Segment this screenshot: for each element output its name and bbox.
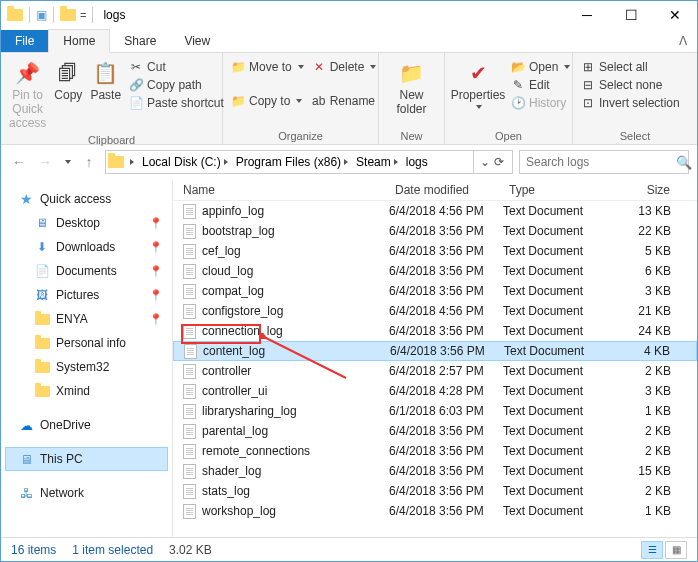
qat-properties-icon[interactable]: ▣ [36,8,47,22]
file-list[interactable]: appinfo_log6/4/2018 4:56 PMText Document… [173,201,697,537]
file-row[interactable]: librarysharing_log6/1/2018 6:03 PMText D… [173,401,697,421]
tree-item[interactable]: 🖥Desktop📍 [5,211,168,235]
up-button[interactable]: ↑ [79,152,99,172]
file-row[interactable]: bootstrap_log6/4/2018 3:56 PMText Docume… [173,221,697,241]
cloud-icon: ☁ [18,417,34,433]
edit-button[interactable]: ✎Edit [509,77,572,93]
file-row[interactable]: appinfo_log6/4/2018 4:56 PMText Document… [173,201,697,221]
qat-overflow-icon[interactable]: = [80,9,86,21]
folder-icon [60,9,76,21]
copy-to-button[interactable]: 📁Copy to [229,93,306,109]
col-type-header[interactable]: Type [503,183,613,197]
tab-file[interactable]: File [1,30,48,52]
recent-locations-button[interactable] [61,152,73,172]
breadcrumb-seg[interactable]: logs [402,155,432,169]
paste-shortcut-button[interactable]: 📄Paste shortcut [127,95,226,111]
tab-home[interactable]: Home [48,29,110,53]
new-folder-button[interactable]: 📁 New folder [385,57,438,119]
column-headers[interactable]: Name Date modified Type Size [173,179,697,201]
paste-button[interactable]: 📋 Paste [88,57,123,105]
document-icon [183,444,196,459]
ribbon-group-label: Organize [229,128,372,142]
cut-icon: ✂ [129,60,143,74]
select-none-button[interactable]: ⊟Select none [579,77,682,93]
tree-item[interactable]: 📄Documents📍 [5,259,168,283]
file-row[interactable]: cef_log6/4/2018 3:56 PMText Document5 KB [173,241,697,261]
col-name-header[interactable]: Name [173,183,389,197]
file-row[interactable]: cloud_log6/4/2018 3:56 PMText Document6 … [173,261,697,281]
tree-onedrive[interactable]: ☁OneDrive [5,413,168,437]
icons-view-button[interactable]: ▦ [665,541,687,559]
copy-button[interactable]: 🗐 Copy [52,57,84,105]
properties-button[interactable]: ✔ Properties [451,57,505,111]
document-icon [183,424,196,439]
file-row[interactable]: controller6/4/2018 2:57 PMText Document2… [173,361,697,381]
tree-item[interactable]: ⬇Downloads📍 [5,235,168,259]
rename-icon: ab [312,94,326,108]
select-all-button[interactable]: ⊞Select all [579,59,682,75]
tree-item[interactable]: Xmind [5,379,168,403]
col-size-header[interactable]: Size [613,183,697,197]
file-row[interactable]: remote_connections6/4/2018 3:56 PMText D… [173,441,697,461]
tree-item[interactable]: 🖼Pictures📍 [5,283,168,307]
document-icon [183,264,196,279]
tree-quick-access[interactable]: ★Quick access [5,187,168,211]
status-selection: 1 item selected [72,543,153,557]
maximize-button[interactable]: ☐ [609,1,653,29]
move-to-button[interactable]: 📁Move to [229,59,306,75]
file-row[interactable]: compat_log6/4/2018 3:56 PMText Document3… [173,281,697,301]
file-row[interactable]: connection_log6/4/2018 3:56 PMText Docum… [173,321,697,341]
tree-this-pc[interactable]: 🖥This PC [5,447,168,471]
pin-quick-access-button[interactable]: 📌 Pin to Quick access [7,57,48,132]
copy-path-button[interactable]: 🔗Copy path [127,77,226,93]
minimize-button[interactable]: ─ [565,1,609,29]
search-input[interactable] [526,155,676,169]
file-row[interactable]: workshop_log6/4/2018 3:56 PMText Documen… [173,501,697,521]
document-icon [183,224,196,239]
file-row[interactable]: content_log6/4/2018 3:56 PMText Document… [173,341,697,361]
document-icon [183,204,196,219]
tree-network[interactable]: 🖧Network [5,481,168,505]
tab-share[interactable]: Share [110,30,170,52]
close-button[interactable]: ✕ [653,1,697,29]
file-row[interactable]: parental_log6/4/2018 3:56 PMText Documen… [173,421,697,441]
tab-view[interactable]: View [170,30,224,52]
move-icon: 📁 [231,60,245,74]
tree-item[interactable]: Personal info [5,331,168,355]
ribbon: 📌 Pin to Quick access 🗐 Copy 📋 Paste ✂Cu… [1,53,697,145]
details-view-button[interactable]: ☰ [641,541,663,559]
copy-path-icon: 🔗 [129,78,143,92]
ribbon-group-label: Clipboard [7,132,216,146]
rename-button[interactable]: abRename [310,93,379,109]
refresh-button[interactable]: ⌄ ⟳ [473,151,510,173]
address-bar[interactable]: Local Disk (C:) Program Files (x86) Stea… [105,150,513,174]
search-box[interactable]: 🔍 [519,150,689,174]
file-row[interactable]: stats_log6/4/2018 3:56 PMText Document2 … [173,481,697,501]
breadcrumb-seg[interactable]: Steam [352,155,402,169]
file-row[interactable]: shader_log6/4/2018 3:56 PMText Document1… [173,461,697,481]
pin-icon: 📌 [14,59,42,87]
invert-selection-button[interactable]: ⊡Invert selection [579,95,682,111]
history-button[interactable]: 🕑History [509,95,572,111]
nav-tree[interactable]: ★Quick access 🖥Desktop📍⬇Downloads📍📄Docum… [1,179,173,537]
star-icon: ★ [18,191,34,207]
document-icon [183,284,196,299]
window-title: logs [103,8,125,22]
document-icon [183,504,196,519]
col-date-header[interactable]: Date modified [389,183,503,197]
document-icon [183,244,196,259]
file-row[interactable]: configstore_log6/4/2018 4:56 PMText Docu… [173,301,697,321]
forward-button[interactable]: → [35,152,55,172]
back-button[interactable]: ← [9,152,29,172]
breadcrumb-seg[interactable]: Local Disk (C:) [138,155,232,169]
nav-bar: ← → ↑ Local Disk (C:) Program Files (x86… [1,145,697,179]
collapse-ribbon-icon[interactable]: ᐱ [669,30,697,52]
select-none-icon: ⊟ [581,78,595,92]
delete-button[interactable]: ✕Delete [310,59,379,75]
file-row[interactable]: controller_ui6/4/2018 4:28 PMText Docume… [173,381,697,401]
cut-button[interactable]: ✂Cut [127,59,226,75]
open-button[interactable]: 📂Open [509,59,572,75]
tree-item[interactable]: System32 [5,355,168,379]
breadcrumb-seg[interactable]: Program Files (x86) [232,155,352,169]
tree-item[interactable]: ENYA📍 [5,307,168,331]
